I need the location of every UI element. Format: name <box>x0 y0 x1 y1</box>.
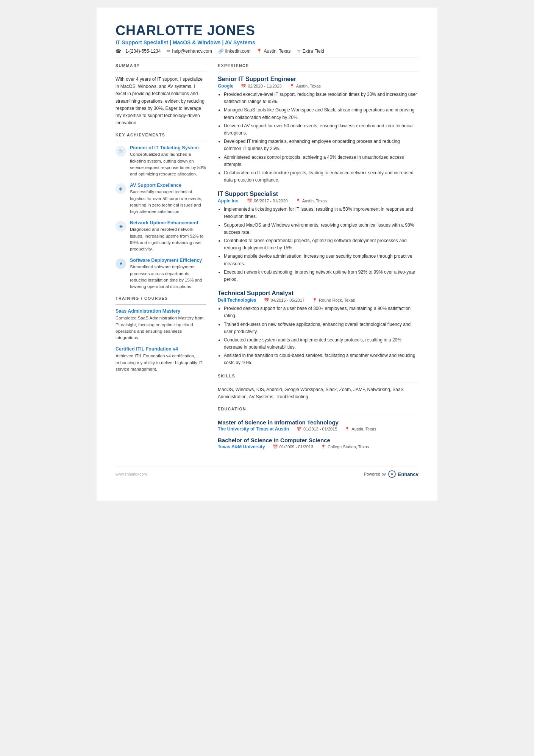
bullet-2-1: Implemented a ticketing system for IT is… <box>224 206 418 220</box>
right-column: EXPERIENCE Senior IT Support Engineer Go… <box>218 63 418 455</box>
bullet-2-3: Contributed to cross-departmental projec… <box>224 237 418 252</box>
bullet-3-3: Conducted routine system audits and impl… <box>224 337 418 351</box>
candidate-title: IT Support Specialist | MacOS & Windows … <box>116 39 418 45</box>
achievement-icon-2: ◈ <box>116 183 126 194</box>
pin-icon-1: 📍 <box>289 84 295 89</box>
footer: www.enhancv.com Powered by Enhancv <box>116 466 418 478</box>
footer-brand: Powered by Enhancv <box>364 470 418 478</box>
pin-icon-2: 📍 <box>295 199 301 203</box>
achievement-desc-2: Successfully managed technical logistics… <box>130 189 206 215</box>
achievements-divider <box>116 141 206 141</box>
achievement-desc-1: Conceptualized and launched a ticketing … <box>130 151 206 177</box>
experience-divider <box>218 72 418 72</box>
training-desc-2: Achieved ITIL Foundation v4 certificatio… <box>116 353 206 373</box>
exp-company-1: Google <box>218 83 233 89</box>
extra-icon: ☆ <box>297 49 301 54</box>
summary-divider <box>116 72 206 72</box>
training-label: TRAINING / COURSES <box>116 296 206 301</box>
training-title-2: Certified ITIL Foundation v4 <box>116 346 206 352</box>
linkedin-icon: 🔗 <box>218 49 224 54</box>
edu-school-2: Texas A&M University <box>218 444 265 449</box>
exp-dates-1: 📅 02/2020 - 11/2023 <box>241 84 281 89</box>
email-info: ✉ help@enhancv.com <box>167 49 212 54</box>
training-1: Saas Administration Mastery Completed Sa… <box>116 308 206 341</box>
phone-info: ☎ +1-(234)-555-1234 <box>116 49 161 54</box>
achievement-title-1: Pioneer of IT Ticketing System <box>130 145 206 150</box>
bullet-1-5: Administered access control protocols, a… <box>224 154 418 168</box>
exp-dates-2: 📅 06/2017 - 01/2020 <box>247 199 287 203</box>
edu-degree-2: Bachelor of Science in Computer Science <box>218 437 418 443</box>
experience-label: EXPERIENCE <box>218 63 418 68</box>
pin-icon-edu-1: 📍 <box>345 427 350 432</box>
education-2: Bachelor of Science in Computer Science … <box>218 437 418 449</box>
achievement-content-2: AV Support Excellence Successfully manag… <box>130 183 206 215</box>
bullet-3-4: Assisted in the transition to cloud-base… <box>224 352 418 366</box>
bullet-3-2: Trained end-users on new software applic… <box>224 321 418 335</box>
bullet-3-1: Provided desktop support for a user base… <box>224 305 418 319</box>
exp-location-2: 📍 Austin, Texas <box>295 199 327 203</box>
exp-bullets-1: Provided executive-level IT support, red… <box>218 91 418 184</box>
achievements-label: KEY ACHIEVEMENTS <box>116 133 206 137</box>
exp-title-1: Senior IT Support Engineer <box>218 76 418 83</box>
edu-degree-1: Master of Science in Information Technol… <box>218 419 418 426</box>
experience-2: IT Support Specialist Apple Inc. 📅 06/20… <box>218 191 418 283</box>
header-divider <box>116 58 418 58</box>
summary-text: With over 4 years of IT support, I speci… <box>116 76 206 127</box>
extra-field-value: Extra Field <box>303 49 324 54</box>
exp-location-3: 📍 Round Rock, Texas <box>312 298 355 303</box>
achievement-content-1: Pioneer of IT Ticketing System Conceptua… <box>130 145 206 177</box>
edu-dates-1: 📅 01/2013 - 01/2015 <box>297 427 337 432</box>
bullet-1-2: Managed SaaS tools like Google Workspace… <box>224 106 418 121</box>
achievement-title-3: Network Uptime Enhancement <box>130 220 206 225</box>
contact-info: ☎ +1-(234)-555-1234 ✉ help@enhancv.com 🔗… <box>116 49 418 54</box>
exp-meta-3: Dell Technologies 📅 04/2015 - 05/2017 📍 … <box>218 297 418 303</box>
pin-icon-edu-2: 📍 <box>321 445 326 449</box>
exp-meta-1: Google 📅 02/2020 - 11/2023 📍 Austin, Tex… <box>218 83 418 89</box>
edu-school-1: The University of Texas at Austin <box>218 426 289 432</box>
email-value: help@enhancv.com <box>172 49 212 54</box>
skills-text: MacOS, Windows, iOS, Android, Google Wor… <box>218 386 418 401</box>
edu-location-2: 📍 College Station, Texas <box>321 445 369 449</box>
location-info: 📍 Austin, Texas <box>256 49 290 54</box>
skills-divider <box>218 382 418 382</box>
achievement-title-2: AV Support Excellence <box>130 183 206 188</box>
edu-dates-2: 📅 01/2009 - 01/2013 <box>273 445 313 449</box>
edu-meta-1: The University of Texas at Austin 📅 01/2… <box>218 426 418 432</box>
achievement-desc-4: Streamlined software deployment processe… <box>130 264 206 290</box>
linkedin-value: linkedin.com <box>225 49 251 54</box>
exp-dates-3: 📅 04/2015 - 05/2017 <box>264 298 304 303</box>
achievement-icon-3: ◈ <box>116 221 126 232</box>
achievement-icon-1: ☆ <box>116 146 126 157</box>
calendar-icon-edu-1: 📅 <box>297 427 302 432</box>
edu-location-1: 📍 Austin, Texas <box>345 427 376 432</box>
calendar-icon-3: 📅 <box>264 298 269 303</box>
exp-meta-2: Apple Inc. 📅 06/2017 - 01/2020 📍 Austin,… <box>218 198 418 203</box>
exp-location-1: 📍 Austin, Texas <box>289 84 321 89</box>
bullet-2-5: Executed network troubleshooting, improv… <box>224 269 418 283</box>
phone-value: +1-(234)-555-1234 <box>123 49 161 54</box>
bullet-1-1: Provided executive-level IT support, red… <box>224 91 418 105</box>
training-divider <box>116 304 206 305</box>
summary-label: SUMMARY <box>116 63 206 68</box>
location-icon: 📍 <box>256 49 262 54</box>
calendar-icon-edu-2: 📅 <box>273 445 278 449</box>
bullet-1-3: Delivered AV support for over 50 onsite … <box>224 122 418 137</box>
training-desc-1: Completed SaaS Administration Mastery fr… <box>116 315 206 341</box>
achievement-title-4: Software Deployment Efficiency <box>130 258 206 263</box>
bullet-2-4: Managed mobile device administration, in… <box>224 253 418 267</box>
edu-meta-2: Texas A&M University 📅 01/2009 - 01/2013… <box>218 444 418 449</box>
achievement-3: ◈ Network Uptime Enhancement Diagnosed a… <box>116 220 206 252</box>
bullet-1-6: Collaborated on IT infrastructure projec… <box>224 169 418 184</box>
achievement-icon-4: ♥ <box>116 258 126 269</box>
education-divider <box>218 415 418 415</box>
exp-bullets-2: Implemented a ticketing system for IT is… <box>218 206 418 283</box>
achievement-content-4: Software Deployment Efficiency Streamlin… <box>130 258 206 290</box>
header: CHARLOTTE JONES IT Support Specialist | … <box>116 23 418 54</box>
brand-name: Enhancv <box>398 471 418 477</box>
footer-website: www.enhancv.com <box>116 472 147 476</box>
powered-by-text: Powered by <box>364 472 386 476</box>
exp-title-2: IT Support Specialist <box>218 191 418 197</box>
experience-3: Technical Support Analyst Dell Technolog… <box>218 290 418 367</box>
resume-page: CHARLOTTE JONES IT Support Specialist | … <box>97 8 437 501</box>
bullet-2-2: Supported MacOS and Windows environments… <box>224 222 418 236</box>
